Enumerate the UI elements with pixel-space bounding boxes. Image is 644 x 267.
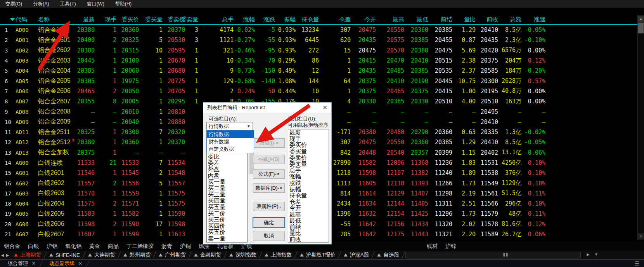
applied-item[interactable]: 涨幅 (288, 173, 329, 180)
applied-item[interactable]: 委买价 (288, 142, 329, 148)
available-item[interactable]: 买四价 (207, 223, 247, 229)
column-header[interactable]: 涨速 (524, 16, 548, 23)
table-row[interactable]: 1AD00铝合金连续2038012036012037034174-0.02%-5… (0, 25, 637, 35)
available-item[interactable]: 买一量 (207, 179, 247, 185)
column-header[interactable]: 仓差 (321, 16, 353, 23)
column-header[interactable]: 总手 (201, 16, 236, 23)
dialog-button-4[interactable]: 表属性(P).. (253, 202, 285, 211)
tab-SHFE-INE[interactable]: SHFE-INE (45, 251, 84, 259)
category-item[interactable]: 沪锌 (441, 243, 460, 250)
available-item[interactable]: 卖二量 (207, 242, 247, 243)
column-header[interactable]: 名称 (33, 16, 77, 23)
column-header[interactable]: 前收 (478, 16, 500, 23)
tab-上海指数[interactable]: 上海指数 (261, 251, 296, 259)
applied-item[interactable]: 委卖量 (288, 161, 329, 167)
vertical-scrollbar[interactable]: ▲ ▼ (637, 15, 644, 240)
tab-上海期货[interactable]: 上海期货 (10, 251, 45, 259)
available-item[interactable]: 委比 (207, 154, 247, 160)
available-item[interactable]: 买三量 (207, 191, 247, 197)
category-item[interactable]: 沪铜 (176, 243, 195, 250)
status-tab-1[interactable]: 动态显示牌✕ (42, 260, 88, 267)
dialog-button-2[interactable]: 公式(F)-> (253, 169, 285, 179)
menu-item-4[interactable]: 帮助(H) (110, 0, 137, 8)
column-header[interactable]: 最新 (77, 16, 97, 23)
column-header[interactable]: 最高 (378, 16, 407, 23)
category-item[interactable]: 丁二烯橡胶 (123, 243, 158, 250)
applied-item[interactable]: 前结 (288, 224, 329, 230)
tab-自选股[interactable]: 自选股 (373, 251, 403, 259)
column-header[interactable]: 前结 (431, 16, 455, 23)
column-header[interactable]: 委买价 (119, 16, 141, 23)
applied-item[interactable]: 委买量 (288, 148, 329, 155)
applied-item[interactable]: 振幅 (288, 186, 329, 192)
available-item[interactable]: 卖一量 (207, 236, 247, 242)
applied-item[interactable]: 委卖价 (288, 155, 329, 161)
tabs-scroll-right-icon[interactable]: ▶ (5, 253, 10, 257)
tab-大连期货[interactable]: 大连期货 (84, 251, 119, 259)
tabs-scroll-left-icon[interactable]: ◀ (0, 253, 5, 257)
column-header[interactable]: 代码 (11, 16, 33, 23)
column-header[interactable]: 总额 (500, 16, 524, 23)
applied-item[interactable]: 持仓量 (288, 192, 329, 199)
column-header[interactable]: 振幅 (277, 16, 298, 23)
applied-item[interactable]: 今开 (288, 205, 329, 211)
category-item[interactable]: 沥青 (158, 243, 176, 250)
tab-广州期货[interactable]: 广州期货 (155, 251, 190, 259)
available-item[interactable]: 内盘 (207, 173, 247, 179)
table-row[interactable]: 6AD05铝合金2605203051199751207251129-0.68%-… (0, 76, 637, 86)
dropdown-item-自定义数据[interactable]: 自定义数据 (207, 145, 254, 153)
category-item[interactable]: 线材 (423, 243, 441, 250)
available-item[interactable]: 买五量 (207, 204, 247, 210)
applied-columns-listbox[interactable]: 最新现手委买价委买量委卖价委卖量总手涨幅涨跌振幅持仓量仓差今开最高最低前结量比前… (288, 129, 329, 243)
category-item[interactable]: 铝合金 (0, 243, 24, 250)
available-item[interactable]: 外盘 (207, 166, 247, 172)
table-row[interactable]: 3AD02铝合金26022038012031510205951321-0.46%… (0, 45, 637, 56)
ok-button[interactable]: 确定 (253, 218, 285, 228)
menu-item-2[interactable]: 工具(T) (55, 0, 81, 8)
tab-沪期权T报价[interactable]: 沪期权T报价 (296, 251, 339, 259)
data-category-combobox[interactable]: 行情数据 ▼ (206, 122, 253, 131)
applied-item[interactable]: 涨跌 (288, 180, 329, 186)
tab-深圳指数[interactable]: 深圳指数 (225, 251, 260, 259)
applied-item[interactable]: 总手 (288, 167, 329, 173)
category-item[interactable]: 商品 (104, 243, 123, 250)
table-row[interactable]: 2AD01铝合金26012040022032552053031121-0.27%… (0, 35, 637, 45)
hamburger-menu-icon[interactable]: ☰ (634, 260, 639, 267)
column-header[interactable]: 委买量 (141, 16, 165, 23)
close-icon[interactable]: ✕ (32, 261, 36, 266)
table-row[interactable]: 5AD04铝合金26042038512006012068019-0.73%-15… (0, 66, 637, 76)
status-tab-0[interactable]: 综合管理✕ (0, 260, 41, 267)
hscroll-right-icon[interactable]: ▶ (587, 252, 590, 257)
horizontal-scrollbar[interactable] (405, 252, 581, 258)
hscrollbar-thumb[interactable] (503, 253, 508, 257)
column-filter-cell[interactable] (0, 18, 11, 21)
scroll-up-icon[interactable]: ▲ (638, 16, 644, 22)
applied-item[interactable]: 最新 (288, 129, 329, 136)
table-row[interactable]: 4AD03铝合金260320445120100120670110-0.34%-7… (0, 56, 637, 66)
category-item[interactable]: 黄金 (85, 243, 104, 250)
applied-item[interactable]: 最高 (288, 211, 329, 218)
available-item[interactable]: 委差 (207, 160, 247, 166)
dialog-button-3[interactable]: 数据库(D)-> (253, 183, 285, 193)
column-header[interactable]: 最低 (407, 16, 431, 23)
tab-郑州期货[interactable]: 郑州期货 (119, 251, 154, 259)
column-header[interactable]: 今开 (353, 16, 378, 23)
column-header[interactable]: 持仓量 (298, 16, 321, 23)
scrollbar-thumb[interactable] (638, 23, 644, 33)
menu-item-3[interactable]: 窗口(W) (81, 0, 110, 8)
column-header[interactable]: 委卖量 (187, 16, 201, 23)
menu-item-1[interactable]: 分析(A) (28, 0, 55, 8)
cancel-button[interactable]: 取消 (253, 231, 285, 241)
column-header[interactable]: 涨跌 (257, 16, 277, 23)
applied-item[interactable]: 最低 (288, 218, 329, 224)
dialog-close-icon[interactable]: ✕ (322, 104, 327, 111)
tab-金融期货[interactable]: 金融期货 (190, 251, 225, 259)
applied-item[interactable]: 前收 (288, 236, 329, 243)
category-item[interactable]: 沪铝 (43, 243, 61, 250)
category-item[interactable]: 白银 (24, 243, 43, 250)
tab-沪深A股[interactable]: 沪深A股 (340, 251, 373, 259)
available-item[interactable]: 买二量 (207, 185, 247, 191)
menu-item-0[interactable]: 交易(O) (0, 0, 28, 8)
available-item[interactable]: 买二价 (207, 210, 247, 216)
applied-item[interactable]: 仓差 (288, 199, 329, 205)
